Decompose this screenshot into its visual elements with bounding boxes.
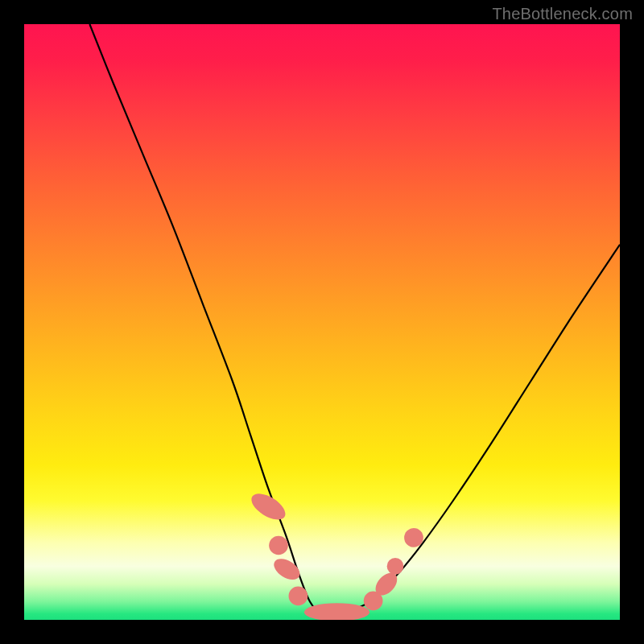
marker-pill (247, 489, 290, 525)
marker-pill (304, 603, 369, 620)
watermark-text: TheBottleneck.com (492, 5, 633, 23)
marker-dot (289, 587, 308, 606)
marker-dot (364, 591, 383, 610)
marker-pill (270, 555, 303, 584)
marker-pill (371, 569, 401, 600)
marker-dot (269, 536, 288, 555)
bottleneck-curve (89, 24, 620, 615)
marker-dot (404, 528, 423, 547)
chart-plot-area (24, 24, 620, 620)
curve-markers (247, 489, 423, 620)
chart-svg (24, 24, 620, 620)
chart-frame: TheBottleneck.com (0, 0, 644, 644)
marker-dot (387, 558, 404, 575)
